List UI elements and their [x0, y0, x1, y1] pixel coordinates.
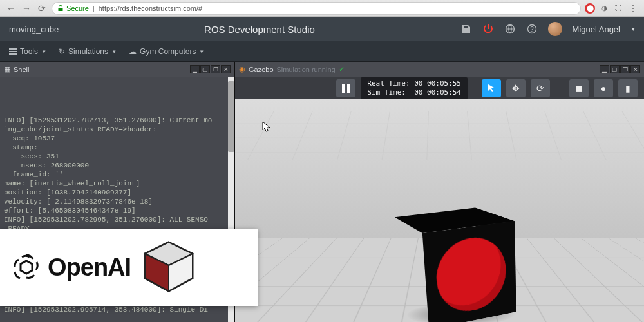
- gazebo-viewport[interactable]: [235, 99, 644, 322]
- nav-back-icon[interactable]: ←: [5, 3, 17, 14]
- window-close-button[interactable]: ✕: [221, 65, 231, 73]
- terminal-line: velocity: [-2.1149883297347846e-18]: [4, 197, 231, 206]
- app-toolbar: Tools ▾ ↻ Simulations ▾ ☁ Gym Computers …: [0, 41, 644, 62]
- app-title: ROS Development Studio: [59, 24, 460, 35]
- window-restore-button[interactable]: ❐: [620, 65, 630, 73]
- save-icon[interactable]: [460, 23, 472, 35]
- window-min-button[interactable]: ▁: [600, 65, 609, 73]
- extension-icon[interactable]: ◑: [599, 3, 609, 14]
- window-max-button[interactable]: ▢: [610, 65, 620, 73]
- secure-indicator: Secure: [57, 5, 89, 12]
- tools-label: Tools: [20, 47, 38, 56]
- nav-reload-icon[interactable]: ⟳: [36, 3, 48, 14]
- window-max-button[interactable]: ▢: [200, 65, 210, 73]
- wireframe-model: [581, 252, 632, 310]
- extension-icon[interactable]: ⛶: [613, 3, 623, 14]
- terminal-line: stamp:: [4, 143, 231, 152]
- openai-brand-text: OpenAI: [48, 254, 131, 281]
- svg-rect-3: [342, 84, 345, 93]
- terminal-line: INFO] [1529531202.995714, 353.484000]: S…: [4, 305, 231, 314]
- gazebo-pane: ◉ Gazebo Simulation running ✓ ▁ ▢ ❐ ✕ Re…: [235, 62, 644, 322]
- refresh-icon: ↻: [59, 47, 65, 56]
- gazebo-status: Simulation running: [277, 66, 336, 73]
- secure-label: Secure: [66, 5, 89, 12]
- openai-logo: OpenAI: [12, 252, 131, 282]
- svg-rect-4: [347, 84, 350, 93]
- shell-titlebar[interactable]: ▦ Shell ▁ ▢ ❐ ✕: [0, 62, 234, 77]
- terminal-line: INFO] [1529531202.782713, 351.276000]: C…: [4, 116, 231, 125]
- openai-icon: [12, 252, 41, 282]
- insert-sphere-button[interactable]: ●: [594, 79, 613, 97]
- power-icon[interactable]: [482, 23, 494, 35]
- simulations-menu[interactable]: ↻ Simulations ▾: [53, 44, 121, 59]
- chevron-down-icon: ▾: [113, 48, 116, 55]
- shell-title: Shell: [14, 66, 29, 73]
- gazebo-toolbar: Real Time: 00 00:05:55 Sim Time: 00 00:0…: [235, 77, 644, 99]
- chrome-menu-icon[interactable]: ⋮: [627, 3, 639, 14]
- lock-icon: [57, 5, 64, 12]
- rotate-tool-button[interactable]: ⟳: [531, 79, 550, 97]
- gym-computers-menu[interactable]: ☁ Gym Computers ▾: [124, 44, 209, 59]
- tools-menu[interactable]: Tools ▾: [4, 44, 51, 59]
- cube-face-front: [422, 221, 516, 322]
- terminal-line: nsecs: 268000000: [4, 161, 231, 170]
- gazebo-icon: ◉: [239, 65, 245, 73]
- terminal-line: name: [inertia_wheel_roll_joint]: [4, 179, 231, 188]
- menu-icon: [9, 48, 17, 55]
- svg-marker-10: [21, 261, 32, 274]
- chevron-down-icon[interactable]: ▾: [632, 26, 635, 32]
- gym-label: Gym Computers: [140, 47, 196, 56]
- sim-time-value: 00 00:05:54: [414, 88, 461, 97]
- simulations-label: Simulations: [68, 47, 108, 56]
- browser-chrome: ← → ⟳ Secure | https://rds.theconstructs…: [0, 0, 644, 17]
- cube-logo-icon: [140, 238, 198, 296]
- globe-icon[interactable]: [504, 23, 516, 35]
- window-min-button[interactable]: ▁: [190, 65, 200, 73]
- terminal-line: position: [1038.7942140909377]: [4, 188, 231, 197]
- real-time-value: 00 00:05:55: [414, 79, 461, 88]
- svg-text:?: ?: [530, 26, 534, 33]
- select-tool-button[interactable]: [482, 79, 501, 97]
- grid-icon: ▦: [4, 65, 10, 73]
- overlay-card: OpenAI: [0, 229, 258, 306]
- real-time-label: Real Time:: [367, 79, 410, 88]
- cube-model[interactable]: [402, 212, 512, 321]
- avatar[interactable]: [548, 22, 562, 36]
- gazebo-title: Gazebo: [249, 66, 274, 73]
- help-icon[interactable]: ?: [526, 23, 538, 35]
- chevron-down-icon: ▾: [200, 48, 204, 55]
- app-header: moving_cube ROS Development Studio ? Mig…: [0, 17, 644, 41]
- check-icon: ✓: [339, 65, 345, 73]
- terminal-line: seq: 10537: [4, 134, 231, 143]
- user-name[interactable]: Miguel Angel: [573, 24, 620, 34]
- gazebo-titlebar[interactable]: ◉ Gazebo Simulation running ✓ ▁ ▢ ❐ ✕: [235, 62, 644, 77]
- terminal-line: INFO] [1529531202.782995, 351.276000]: A…: [4, 215, 231, 224]
- window-close-button[interactable]: ✕: [630, 65, 640, 73]
- terminal-line: ing_cube/joint_states READY=>header:: [4, 125, 231, 134]
- project-name: moving_cube: [9, 24, 59, 34]
- cube-red-disc: [434, 233, 506, 317]
- sim-time-label: Sim Time:: [367, 88, 406, 97]
- grid-far: [235, 111, 644, 160]
- extension-icon[interactable]: ⬤: [585, 3, 595, 14]
- pause-button[interactable]: [336, 79, 355, 97]
- window-restore-button[interactable]: ❐: [211, 65, 220, 73]
- insert-cylinder-button[interactable]: ▮: [618, 79, 638, 97]
- time-display: Real Time: 00 00:05:55 Sim Time: 00 00:0…: [361, 77, 468, 99]
- insert-box-button[interactable]: ◼: [569, 79, 589, 97]
- address-bar[interactable]: Secure | https://rds.theconstructsim.com…: [52, 2, 581, 15]
- scrollbar-thumb[interactable]: [228, 81, 234, 152]
- cursor-icon: [262, 121, 271, 133]
- terminal-line: effort: [5.465083045464347e-19]: [4, 206, 231, 215]
- url-text: https://rds.theconstructsim.com/#: [99, 5, 202, 12]
- cloud-icon: ☁: [129, 47, 137, 56]
- move-tool-button[interactable]: ✥: [506, 79, 526, 97]
- terminal-line: secs: 351: [4, 152, 231, 161]
- nav-forward-icon[interactable]: →: [21, 3, 32, 14]
- terminal-line: frame_id: '': [4, 170, 231, 179]
- chevron-down-icon: ▾: [43, 48, 46, 55]
